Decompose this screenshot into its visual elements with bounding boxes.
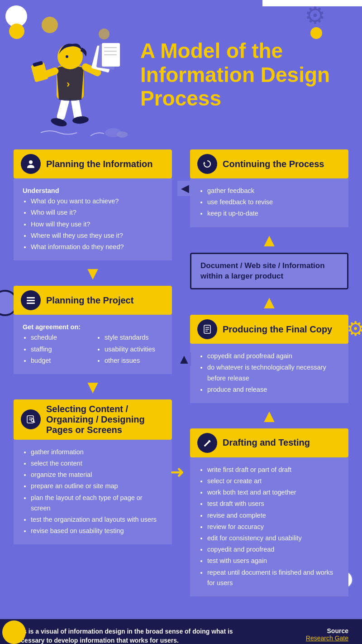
final-copy-icon xyxy=(197,319,217,339)
list-item: schedule xyxy=(31,332,89,343)
list-item: test draft with users xyxy=(207,499,339,509)
list-item: write first draft or part of draft xyxy=(207,465,339,475)
list-item: usability activities xyxy=(105,344,163,355)
svg-point-0 xyxy=(42,17,58,33)
final-copy-list: copyedit and proofread again do whatever… xyxy=(199,351,339,395)
footer-source-area: Source Research Gate xyxy=(306,627,348,642)
list-item: repeat until document is finished and wo… xyxy=(207,567,339,588)
planning-project-section: Planning the Project Get agreement on: s… xyxy=(14,286,172,374)
list-item: keep it up-to-date xyxy=(207,208,339,219)
list-item: How will they use it? xyxy=(31,219,163,230)
gear-icon-right: ⚙ xyxy=(347,317,362,340)
list-item: staffing xyxy=(31,344,89,355)
footer-description: This is a visual of information design i… xyxy=(14,627,240,644)
drafting-list: write first draft or part of draft selec… xyxy=(199,465,339,588)
planning-info-header: Planning the Information xyxy=(14,149,172,178)
list-item: What do you want to achieve? xyxy=(31,196,163,207)
arrow-up-1: ▲ xyxy=(190,227,348,253)
planning-project-left-list: schedule staffing budget xyxy=(23,332,89,367)
svg-rect-23 xyxy=(27,297,35,298)
list-item: organize the material xyxy=(31,470,163,480)
list-item: produce and release xyxy=(207,384,339,395)
list-item: do whatever is technologically necessary… xyxy=(207,362,339,383)
planning-project-title: Planning the Project xyxy=(46,295,133,306)
drafting-section: Drafting and Testing write first draft o… xyxy=(190,428,348,596)
planning-project-icon xyxy=(21,290,41,310)
svg-rect-25 xyxy=(27,303,35,304)
final-copy-header: Producing the Final Copy xyxy=(190,315,348,344)
main-content: ⚙ ⚙ Planning the Information xyxy=(0,145,362,619)
list-item: gather information xyxy=(31,447,163,457)
arrow-right-to-drafting: ➜ xyxy=(170,463,185,481)
list-item: edit for consistency and usability xyxy=(207,533,339,543)
deco-circle-left-bottom xyxy=(2,620,26,644)
list-item: Where will they use they use it? xyxy=(31,231,163,241)
svg-marker-28 xyxy=(203,162,205,164)
list-item: use feedback to revise xyxy=(207,197,339,207)
header: ⚙ › xyxy=(0,0,362,145)
planning-project-two-col: schedule staffing budget style standards… xyxy=(23,332,163,367)
planning-info-body: Understand What do you want to achieve? … xyxy=(14,178,172,260)
arrow-down-2: ▼ xyxy=(14,374,172,399)
continuing-icon xyxy=(197,154,217,174)
svg-point-21 xyxy=(117,131,128,138)
drafting-title: Drafting and Testing xyxy=(223,437,310,448)
source-link: Research Gate xyxy=(306,634,348,642)
drafting-header: Drafting and Testing xyxy=(190,428,348,457)
continuing-header: Continuing the Process xyxy=(190,149,348,178)
list-item: select or create art xyxy=(207,476,339,486)
arrow-up-3: ▲ xyxy=(190,403,348,428)
list-item: prepare an outline or site map xyxy=(31,481,163,491)
continuing-body: gather feedback use feedback to revise k… xyxy=(190,178,348,227)
final-copy-body: copyedit and proofread again do whatever… xyxy=(190,344,348,403)
continuing-list: gather feedback use feedback to revise k… xyxy=(199,186,339,219)
list-item: copyedit and proofread again xyxy=(207,351,339,361)
list-item: Who will use it? xyxy=(31,207,163,218)
source-label: Source xyxy=(306,627,348,634)
svg-rect-24 xyxy=(27,300,35,301)
right-column: ◄ Continuing the Process gather feedback… xyxy=(181,149,348,596)
understand-label: Understand xyxy=(23,186,163,196)
list-item: budget xyxy=(31,356,89,366)
header-illustration: › xyxy=(14,11,131,138)
selecting-content-header: Selecting Content / Organizing / Designi… xyxy=(14,399,172,440)
footer: This is a visual of information design i… xyxy=(0,619,362,644)
bottom-spacer xyxy=(14,596,348,610)
drafting-icon xyxy=(197,433,217,453)
list-item: copyedit and proofread xyxy=(207,544,339,555)
planning-project-right-list: style standards usability activities oth… xyxy=(96,332,163,367)
deco-circle-yellow-tr xyxy=(310,27,322,39)
doc-type-text: Document / Web site / Information within… xyxy=(200,261,325,281)
planning-project-body: Get agreement on: schedule staffing budg… xyxy=(14,315,172,374)
selecting-content-icon xyxy=(21,409,41,429)
planning-info-list: What do you want to achieve? Who will us… xyxy=(23,196,163,252)
gear-icon-top: ⚙ xyxy=(305,4,326,27)
drafting-body: write first draft or part of draft selec… xyxy=(190,457,348,596)
planning-project-header: Planning the Project xyxy=(14,286,172,315)
svg-point-1 xyxy=(99,29,110,39)
selecting-content-list: gather information select the content or… xyxy=(23,447,163,537)
header-title-area: A Model of the Information Design Proces… xyxy=(140,39,348,111)
final-copy-section: ▲ Producing the Final Copy copyedit and … xyxy=(190,315,348,403)
svg-text:›: › xyxy=(67,78,70,90)
left-column: Planning the Information Understand What… xyxy=(14,149,181,596)
continuing-section: ◄ Continuing the Process gather feedback… xyxy=(190,149,348,227)
list-item: gather feedback xyxy=(207,186,339,196)
arrow-down-1: ▼ xyxy=(14,260,172,286)
continuing-title: Continuing the Process xyxy=(223,159,324,169)
list-item: test the organization and layouts with u… xyxy=(31,514,163,525)
diagram-grid: Planning the Information Understand What… xyxy=(14,149,348,596)
list-item: review for accuracy xyxy=(207,522,339,532)
list-item: plan the layout of each type of page or … xyxy=(31,493,163,514)
arrow-left-continuing: ◄ xyxy=(177,181,193,196)
list-item: other issues xyxy=(105,356,163,366)
list-item: revise based on usability testing xyxy=(31,526,163,536)
doc-type-box: Document / Web site / Information within… xyxy=(190,253,348,290)
get-agreement-label: Get agreement on: xyxy=(23,322,163,332)
final-copy-title: Producing the Final Copy xyxy=(223,324,332,335)
planning-info-icon xyxy=(21,154,41,174)
svg-point-9 xyxy=(66,55,68,58)
list-item: revise and complete xyxy=(207,510,339,521)
list-item: work both text and art together xyxy=(207,487,339,498)
arrow-up-2: ▲ xyxy=(190,289,348,315)
